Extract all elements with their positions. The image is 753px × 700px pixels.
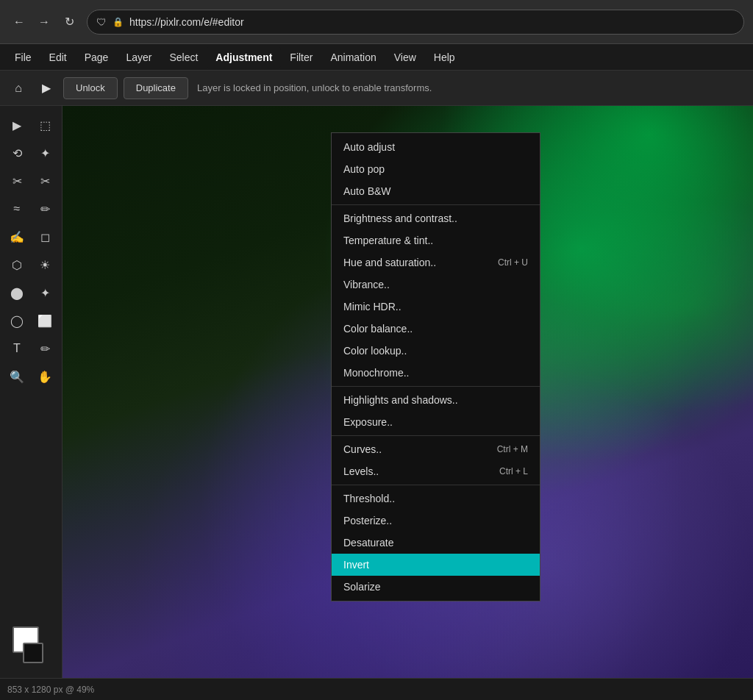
main-area: ▶⬚⟲✦✂✂≈✏✍◻⬡☀⬤✦◯⬜T✏🔍✋ Auto adjustAuto pop… [0, 106, 753, 678]
menu-item-label: Color lookup.. [343, 345, 407, 357]
toolbar-status: Layer is locked in position, unlock to e… [197, 82, 432, 93]
tool-lasso[interactable]: ⟲ [4, 140, 30, 166]
adjustment-item-color-lookup[interactable]: Color lookup.. [332, 340, 540, 362]
menu-item-label: Invert [343, 559, 369, 571]
menu-item-shortcut: Ctrl + M [497, 444, 528, 454]
menu-separator [332, 204, 540, 205]
back-button[interactable]: ← [9, 12, 29, 32]
adjustment-item-solarize[interactable]: Solarize [332, 576, 540, 598]
unlock-button[interactable]: Unlock [63, 77, 118, 99]
menu-item-edit[interactable]: Edit [40, 47, 76, 68]
tool-row: T✏ [4, 335, 58, 362]
tool-row: ◯⬜ [4, 307, 58, 334]
adjustment-item-invert[interactable]: Invert [332, 554, 540, 576]
adjustment-item-auto-pop[interactable]: Auto pop [332, 158, 540, 180]
tool-magic-wand[interactable]: ✦ [32, 140, 58, 166]
tool-clone[interactable]: ✦ [32, 279, 58, 306]
adjustment-item-curves[interactable]: Curves..Ctrl + M [332, 438, 540, 460]
background-color[interactable] [23, 643, 43, 663]
tool-text[interactable]: T [4, 335, 30, 362]
url-text: https://pixlr.com/e/#editor [129, 16, 244, 28]
tool-scissors[interactable]: ✂ [32, 168, 58, 194]
tool-pen[interactable]: ⬤ [4, 279, 30, 306]
menu-item-file[interactable]: File [6, 47, 40, 68]
menu-item-label: Monochrome.. [343, 367, 409, 379]
tool-pan[interactable]: ✋ [32, 363, 58, 390]
tool-rectangle[interactable]: ⬜ [32, 307, 58, 334]
menu-item-label: Mimic HDR.. [343, 301, 402, 312]
menu-item-adjustment[interactable]: Adjustment [207, 47, 281, 68]
adjustment-item-auto-bw[interactable]: Auto B&W [332, 180, 540, 202]
tool-select[interactable]: ▶ [4, 112, 30, 138]
tool-shape[interactable]: ◯ [4, 307, 30, 334]
menu-item-page[interactable]: Page [76, 47, 118, 68]
menu-item-label: Threshold.. [343, 493, 395, 504]
duplicate-button[interactable]: Duplicate [124, 77, 188, 99]
address-bar[interactable]: 🛡 🔒 https://pixlr.com/e/#editor [87, 10, 744, 35]
menu-item-shortcut: Ctrl + L [499, 466, 528, 476]
adjustment-item-levels[interactable]: Levels..Ctrl + L [332, 460, 540, 482]
adjustment-item-mimic-hdr[interactable]: Mimic HDR.. [332, 296, 540, 318]
refresh-button[interactable]: ↻ [59, 12, 79, 32]
menu-item-filter[interactable]: Filter [281, 47, 321, 68]
toolbar: ⌂ ▶ Unlock Duplicate Layer is locked in … [0, 71, 753, 106]
cursor-button[interactable]: ▶ [35, 77, 57, 99]
menu-item-animation[interactable]: Animation [321, 47, 385, 68]
menu-item-shortcut: Ctrl + U [498, 257, 528, 268]
menu-item-label: Auto B&W [343, 185, 391, 197]
menu-item-label: Desaturate [343, 537, 393, 549]
menu-item-label: Auto pop [343, 163, 385, 175]
tool-marquee[interactable]: ⬚ [32, 112, 58, 138]
tool-row: ⬡☀ [4, 251, 58, 278]
tool-row: ≈✏ [4, 196, 58, 222]
adjustment-item-auto-adjust[interactable]: Auto adjust [332, 136, 540, 158]
adjustment-item-temperature-tint[interactable]: Temperature & tint.. [332, 229, 540, 251]
menu-separator [332, 435, 540, 436]
adjustment-item-hue-saturation[interactable]: Hue and saturation..Ctrl + U [332, 251, 540, 274]
menu-item-label: Highlights and shadows.. [343, 394, 458, 406]
tool-dodge[interactable]: ☀ [32, 251, 58, 278]
adjustment-item-highlights-shadows[interactable]: Highlights and shadows.. [332, 389, 540, 411]
status-info: 853 x 1280 px @ 49% [7, 685, 94, 695]
tool-eyedropper2[interactable]: ✏ [32, 335, 58, 362]
tool-crop[interactable]: ✂ [4, 168, 30, 194]
adjustment-item-desaturate[interactable]: Desaturate [332, 532, 540, 554]
tool-row: ✂✂ [4, 168, 58, 194]
adjustment-item-posterize[interactable]: Posterize.. [332, 510, 540, 532]
tool-zoom[interactable]: 🔍 [4, 363, 30, 390]
menu-item-help[interactable]: Help [425, 47, 464, 68]
tool-heal[interactable]: ✏ [32, 196, 58, 222]
tool-row: 🔍✋ [4, 363, 58, 390]
lock-icon: 🔒 [113, 17, 124, 27]
menu-separator [332, 485, 540, 485]
forward-button[interactable]: → [34, 12, 54, 32]
left-toolbar: ▶⬚⟲✦✂✂≈✏✍◻⬡☀⬤✦◯⬜T✏🔍✋ [0, 106, 63, 678]
menu-item-label: Posterize.. [343, 515, 392, 526]
menu-item-view[interactable]: View [385, 47, 425, 68]
tool-blur[interactable]: ⬡ [4, 251, 30, 278]
nav-buttons: ← → ↻ [9, 12, 79, 32]
adjustment-item-monochrome[interactable]: Monochrome.. [332, 362, 540, 384]
adjustment-item-exposure[interactable]: Exposure.. [332, 411, 540, 433]
tool-brush[interactable]: ✍ [4, 224, 30, 250]
menu-bar: FileEditPageLayerSelectAdjustmentFilterA… [0, 44, 753, 71]
tool-row: ⬤✦ [4, 279, 58, 306]
adjustment-item-color-balance[interactable]: Color balance.. [332, 318, 540, 340]
menu-item-label: Temperature & tint.. [343, 235, 433, 246]
menu-item-label: Vibrance.. [343, 279, 390, 290]
adjustment-item-vibrance[interactable]: Vibrance.. [332, 274, 540, 296]
shield-icon: 🛡 [96, 16, 107, 28]
tool-smudge[interactable]: ≈ [4, 196, 30, 222]
menu-item-label: Auto adjust [343, 141, 395, 153]
menu-item-layer[interactable]: Layer [117, 47, 160, 68]
color-swatches[interactable] [13, 626, 49, 663]
adjustment-dropdown: Auto adjustAuto popAuto B&WBrightness an… [331, 132, 540, 601]
adjustment-item-threshold[interactable]: Threshold.. [332, 488, 540, 510]
menu-item-select[interactable]: Select [160, 47, 207, 68]
tool-eraser[interactable]: ◻ [32, 224, 58, 250]
menu-item-label: Hue and saturation.. [343, 257, 436, 268]
adjustment-item-brightness-contrast[interactable]: Brightness and contrast.. [332, 207, 540, 229]
home-button[interactable]: ⌂ [7, 77, 29, 99]
menu-item-label: Solarize [343, 581, 381, 593]
tool-row: ⟲✦ [4, 140, 58, 166]
